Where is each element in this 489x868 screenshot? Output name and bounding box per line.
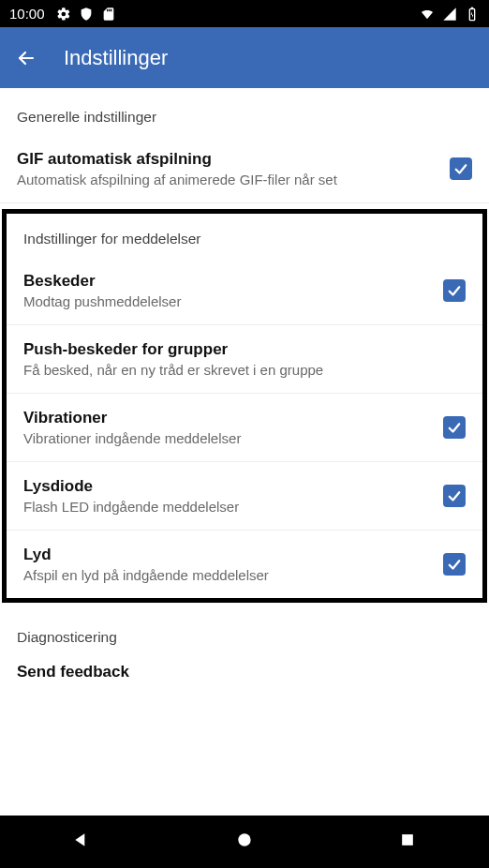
battery-charging-icon bbox=[465, 7, 480, 22]
signal-icon bbox=[442, 7, 457, 22]
row-gif-autoplay[interactable]: GIF automatisk afspilning Automatisk afs… bbox=[0, 135, 489, 203]
section-general: Generelle indstillinger bbox=[0, 88, 489, 135]
notifications-highlight: Indstillinger for meddelelser Beskeder M… bbox=[2, 209, 487, 603]
gear-icon bbox=[56, 7, 71, 22]
settings-content: Generelle indstillinger GIF automatisk a… bbox=[0, 88, 489, 816]
row-send-feedback[interactable]: Send feedback bbox=[0, 653, 489, 681]
sound-checkbox[interactable] bbox=[443, 553, 466, 576]
page-title: Indstillinger bbox=[64, 46, 168, 70]
shield-icon bbox=[79, 7, 94, 22]
sd-card-icon bbox=[101, 7, 116, 22]
row-sound[interactable]: Lyd Afspil en lyd på indgående meddelels… bbox=[7, 531, 482, 598]
nav-home-icon[interactable] bbox=[235, 831, 254, 853]
messages-sub: Modtag pushmeddelelser bbox=[23, 293, 434, 309]
app-bar: Indstillinger bbox=[0, 27, 489, 88]
messages-checkbox[interactable] bbox=[443, 279, 466, 302]
section-notifications: Indstillinger for meddelelser bbox=[7, 214, 482, 257]
nav-recent-icon[interactable] bbox=[398, 831, 417, 853]
svg-point-1 bbox=[238, 833, 250, 846]
svg-rect-2 bbox=[402, 834, 413, 846]
group-push-title: Push-beskeder for grupper bbox=[23, 340, 466, 359]
status-time: 10:00 bbox=[9, 6, 45, 22]
vibrations-sub: Vibrationer indgående meddelelser bbox=[23, 430, 434, 446]
gif-sub: Automatisk afspilning af animerede GIF-f… bbox=[17, 172, 440, 187]
led-sub: Flash LED indgående meddelelser bbox=[23, 499, 434, 515]
sound-title: Lyd bbox=[23, 546, 434, 564]
gif-title: GIF automatisk afspilning bbox=[17, 150, 440, 169]
wifi-icon bbox=[420, 7, 435, 22]
row-messages[interactable]: Beskeder Modtag pushmeddelelser bbox=[7, 257, 482, 325]
messages-title: Beskeder bbox=[23, 272, 434, 291]
section-diagnostics: Diagnosticering bbox=[0, 608, 489, 653]
row-vibrations[interactable]: Vibrationer Vibrationer indgående meddel… bbox=[7, 394, 482, 462]
vibrations-checkbox[interactable] bbox=[443, 416, 466, 439]
nav-bar bbox=[0, 816, 489, 868]
status-bar: 10:00 bbox=[0, 0, 489, 27]
row-group-push[interactable]: Push-beskeder for grupper Få besked, når… bbox=[7, 325, 482, 394]
sound-sub: Afspil en lyd på indgående meddelelser bbox=[23, 567, 434, 583]
led-title: Lysdiode bbox=[23, 477, 434, 496]
nav-back-icon[interactable] bbox=[72, 831, 91, 853]
gif-checkbox[interactable] bbox=[450, 157, 472, 180]
led-checkbox[interactable] bbox=[443, 485, 466, 507]
back-icon[interactable] bbox=[15, 47, 37, 69]
vibrations-title: Vibrationer bbox=[23, 409, 434, 427]
group-push-sub: Få besked, når en ny tråd er skrevet i e… bbox=[23, 362, 466, 378]
row-led[interactable]: Lysdiode Flash LED indgående meddelelser bbox=[7, 462, 482, 531]
